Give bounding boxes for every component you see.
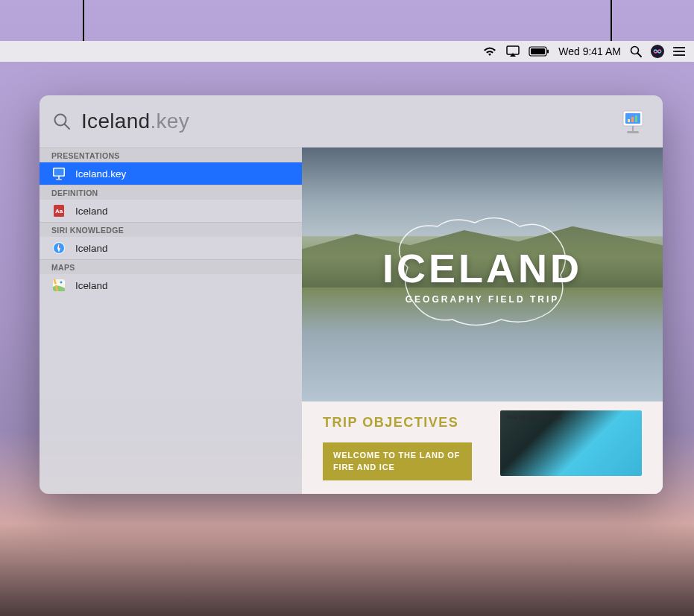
slide2-photo-label: THE BLUE LAGOON xyxy=(506,415,562,420)
wifi-icon[interactable] xyxy=(482,45,497,57)
svg-rect-3 xyxy=(547,50,549,54)
keynote-app-icon xyxy=(619,109,646,136)
menubar-datetime[interactable]: Wed 9:41 AM xyxy=(558,45,621,57)
spotlight-search-input[interactable]: Iceland.key xyxy=(81,109,189,133)
svg-point-13 xyxy=(55,115,66,126)
siri-icon[interactable] xyxy=(651,45,664,58)
svg-rect-25 xyxy=(56,179,62,180)
svg-rect-20 xyxy=(632,126,634,132)
svg-line-5 xyxy=(638,54,642,57)
result-label: Iceland xyxy=(75,206,108,217)
dictionary-icon: Aa xyxy=(51,203,66,218)
spotlight-preview-pane: ICELAND GEOGRAPHY FIELD TRIP TRIP OBJECT… xyxy=(302,147,663,494)
result-item-definition-iceland[interactable]: Aa Iceland xyxy=(40,200,302,222)
keynote-file-icon xyxy=(51,166,66,181)
preview-slide-1: ICELAND GEOGRAPHY FIELD TRIP xyxy=(302,147,663,401)
callout-line-search xyxy=(83,0,84,42)
svg-rect-24 xyxy=(58,177,60,179)
svg-rect-17 xyxy=(628,119,630,122)
svg-rect-2 xyxy=(531,48,545,54)
category-header-definition: DEFINITION xyxy=(40,185,302,200)
battery-icon[interactable] xyxy=(529,46,549,57)
category-header-siri: SIRI KNOWLEDGE xyxy=(40,222,302,237)
result-label: Iceland xyxy=(75,243,108,254)
slide1-subtitle: GEOGRAPHY FIELD TRIP xyxy=(382,294,582,305)
svg-rect-21 xyxy=(627,131,639,133)
category-header-maps: MAPS xyxy=(40,259,302,274)
search-query-main: Iceland xyxy=(81,109,150,133)
menubar: Wed 9:41 AM xyxy=(0,41,694,62)
search-query-ext: .key xyxy=(150,109,189,133)
notification-center-icon[interactable] xyxy=(673,46,687,57)
result-item-siri-iceland[interactable]: Iceland xyxy=(40,237,302,259)
svg-point-12 xyxy=(673,54,675,56)
search-icon xyxy=(53,112,71,130)
result-item-maps-iceland[interactable]: Iceland xyxy=(40,274,302,296)
svg-point-10 xyxy=(673,47,675,48)
result-label: Iceland.key xyxy=(75,168,126,180)
slide2-chip: WELCOME TO THE LAND OF FIRE AND ICE xyxy=(323,442,472,480)
spotlight-menubar-icon[interactable] xyxy=(630,45,642,57)
slide1-title: ICELAND xyxy=(382,245,582,291)
spotlight-search-row: Iceland.key xyxy=(40,95,663,147)
maps-icon xyxy=(51,278,66,293)
callout-line-spotlight-icon xyxy=(611,0,612,42)
svg-rect-19 xyxy=(635,115,637,122)
svg-text:Aa: Aa xyxy=(55,208,63,215)
spotlight-results-sidebar: PRESENTATIONS Iceland.key DEFINITION Aa … xyxy=(40,147,302,494)
svg-line-14 xyxy=(65,124,69,129)
result-item-iceland-key[interactable]: Iceland.key xyxy=(40,162,302,185)
spotlight-window: Iceland.key PRESENTATIONS Iceland.key xyxy=(40,95,663,494)
svg-point-31 xyxy=(60,282,63,284)
preview-slide-2: TRIP OBJECTIVES WELCOME TO THE LAND OF F… xyxy=(302,401,663,494)
safari-compass-icon xyxy=(51,241,66,255)
svg-rect-23 xyxy=(54,169,64,176)
result-label: Iceland xyxy=(75,280,108,291)
category-header-presentations: PRESENTATIONS xyxy=(40,147,302,162)
slide2-photo: THE BLUE LAGOON xyxy=(500,410,642,476)
svg-point-11 xyxy=(673,51,675,52)
airplay-icon[interactable] xyxy=(506,45,520,57)
svg-rect-18 xyxy=(631,117,634,122)
